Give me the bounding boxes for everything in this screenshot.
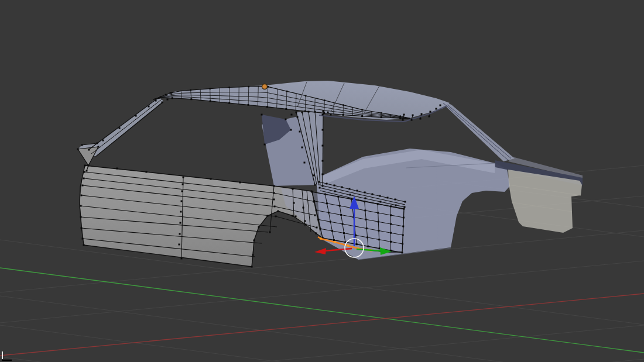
viewport-canvas[interactable] <box>0 0 644 362</box>
blender-3d-viewport <box>0 0 644 362</box>
object-origin-dot <box>262 84 268 89</box>
